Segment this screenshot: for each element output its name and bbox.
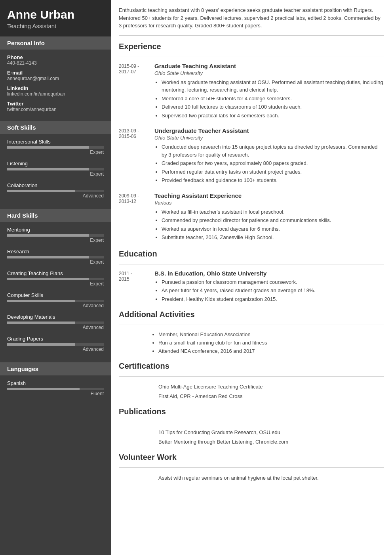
hard-skills-header: Hard Skills	[0, 209, 111, 222]
personal-info-content: Phone 440-821-4143 E-mail annequrban@gma…	[0, 50, 111, 121]
exp-entry-1: 2015-09 -2017-07 Graduate Teaching Assis…	[119, 63, 384, 121]
candidate-title: Teaching Assistant	[7, 23, 104, 29]
cert-list: Ohio Multi-Age Licensure Teaching Certif…	[119, 382, 384, 401]
cert-item-2: First Aid, CPR - American Red Cross	[158, 392, 384, 401]
languages-header: Languages	[0, 362, 111, 375]
list-item: Attended NEA conference, 2016 and 2017	[158, 347, 384, 356]
exp-details-1: Graduate Teaching Assistant Ohio State U…	[154, 63, 384, 121]
exp-details-2: Undergraduate Teacher Assistant Ohio Sta…	[154, 127, 384, 185]
exp-title-3: Teaching Assistant Experience	[154, 192, 384, 199]
edu-bullets-1: Pursued a passion for classroom manageme…	[154, 278, 384, 303]
soft-skills-content: Interpersonal Skills Expert Listening Ex…	[0, 134, 111, 209]
exp-bullets-2: Conducted deep research into 15 unique p…	[154, 143, 384, 184]
exp-company-1: Ohio State University	[154, 70, 384, 76]
list-item: Performed regular data entry tasks on st…	[162, 168, 384, 176]
volunteer-title: Volunteer Work	[119, 453, 384, 463]
list-item: Substitute teacher, 2016, Zanesville Hig…	[162, 233, 384, 241]
list-item: Conducted deep research into 15 unique p…	[162, 143, 384, 159]
contact-email: E-mail annequrban@gmail.com	[7, 70, 104, 81]
pub-item-2: Better Mentoring through Better Listenin…	[158, 437, 384, 446]
additional-activities-title: Additional Activities	[119, 310, 384, 321]
exp-details-3: Teaching Assistant Experience Various Wo…	[154, 192, 384, 242]
experience-divider	[119, 57, 384, 57]
skill-bar-computer	[7, 300, 104, 302]
exp-dates-2: 2013-09 -2015-06	[119, 127, 154, 185]
certifications-divider	[119, 376, 384, 377]
list-item: Worked as graduate teaching assistant at…	[162, 78, 384, 94]
summary-text: Enthusiastic teaching assistant with 8 y…	[119, 6, 384, 36]
skill-developing-materials: Developing Materials Advanced	[7, 314, 104, 330]
education-title: Education	[119, 249, 384, 260]
volunteer-section: Volunteer Work Assist with regular semin…	[119, 453, 384, 482]
pub-item-1: 10 Tips for Conducting Graduate Research…	[158, 428, 384, 437]
skill-interpersonal: Interpersonal Skills Expert	[7, 139, 104, 155]
education-divider	[119, 264, 384, 264]
vol-list: Assist with regular seminars on animal h…	[119, 473, 384, 482]
skill-computer-skills: Computer Skills Advanced	[7, 292, 104, 308]
list-item: As peer tutor for 4 years, raised studen…	[162, 287, 384, 295]
experience-section: Experience 2015-09 -2017-07 Graduate Tea…	[119, 42, 384, 242]
exp-company-2: Ohio State University	[154, 135, 384, 141]
list-item: Provided feedback and guidance to 100+ s…	[162, 176, 384, 184]
edu-details-1: B.S. in Education, Ohio State University…	[154, 270, 384, 304]
exp-bullets-1: Worked as graduate teaching assistant at…	[154, 78, 384, 120]
additional-activities-section: Additional Activities Member, National E…	[119, 310, 384, 355]
skill-bar-mentoring	[7, 234, 104, 237]
contact-phone: Phone 440-821-4143	[7, 54, 104, 66]
exp-title-1: Graduate Teaching Assistant	[154, 63, 384, 69]
skill-bar-collaboration	[7, 190, 104, 192]
vol-item-1: Assist with regular seminars on animal h…	[158, 473, 384, 482]
soft-skills-header: Soft Skills	[0, 121, 111, 134]
exp-dates-1: 2015-09 -2017-07	[119, 63, 154, 121]
list-item: Mentored a core of 50+ students for 4 co…	[162, 95, 384, 103]
skill-listening: Listening Expert	[7, 161, 104, 177]
additional-divider	[119, 325, 384, 325]
skill-bar-grading	[7, 343, 104, 346]
cert-item-1: Ohio Multi-Age Licensure Teaching Certif…	[158, 382, 384, 391]
list-item: Worked as fill-in teacher's assistant in…	[162, 208, 384, 216]
languages-content: Spanish Fluent	[0, 375, 111, 407]
skill-bar-research	[7, 256, 104, 258]
skill-spanish: Spanish Fluent	[7, 380, 104, 396]
edu-entry-1: 2011 -2015 B.S. in Education, Ohio State…	[119, 270, 384, 304]
skill-bar-teaching-plans	[7, 278, 104, 280]
list-item: Commended by preschool director for pati…	[162, 216, 384, 224]
skill-bar-interpersonal	[7, 146, 104, 149]
skill-research: Research Expert	[7, 249, 104, 265]
list-item: Supervised two practical labs for 4 seme…	[162, 112, 384, 120]
list-item: President, Healthy Kids student organiza…	[162, 295, 384, 303]
exp-dates-3: 2009-09 -2013-12	[119, 192, 154, 242]
publications-section: Publications 10 Tips for Conducting Grad…	[119, 407, 384, 446]
exp-entry-3: 2009-09 -2013-12 Teaching Assistant Expe…	[119, 192, 384, 242]
skill-bar-developing	[7, 322, 104, 324]
personal-info-header: Personal Info	[0, 36, 111, 50]
edu-dates-1: 2011 -2015	[119, 270, 154, 304]
experience-title: Experience	[119, 42, 384, 53]
skill-creating-teaching-plans: Creating Teaching Plans Expert	[7, 270, 104, 287]
sidebar-header: Anne Urban Teaching Assistant	[0, 0, 111, 36]
twitter-value: twitter.com/annequrban	[7, 107, 104, 112]
education-section: Education 2011 -2015 B.S. in Education, …	[119, 249, 384, 304]
list-item: Worked as supervisor in local daycare fo…	[162, 225, 384, 233]
main-content: Enthusiastic teaching assistant with 8 y…	[111, 0, 392, 555]
exp-company-3: Various	[154, 200, 384, 206]
hard-skills-content: Mentoring Expert Research Expert Creatin…	[0, 222, 111, 362]
list-item: Member, National Education Association	[158, 331, 384, 339]
publications-divider	[119, 422, 384, 422]
edu-degree-1: B.S. in Education, Ohio State University	[154, 270, 384, 277]
skill-bar-listening	[7, 168, 104, 170]
exp-title-2: Undergraduate Teacher Assistant	[154, 127, 384, 134]
list-item: Pursued a passion for classroom manageme…	[162, 278, 384, 286]
email-value: annequrban@gmail.com	[7, 76, 104, 81]
certifications-section: Certifications Ohio Multi-Age Licensure …	[119, 362, 384, 401]
phone-value: 440-821-4143	[7, 60, 104, 66]
list-item: Graded papers for two years, approximate…	[162, 159, 384, 167]
candidate-name: Anne Urban	[7, 8, 104, 21]
volunteer-divider	[119, 467, 384, 468]
additional-bullets: Member, National Education Association R…	[119, 331, 384, 355]
contact-twitter: Twitter twitter.com/annequrban	[7, 101, 104, 112]
linkedin-value: linkedin.com/in/annequrban	[7, 91, 104, 97]
skill-bar-spanish	[7, 388, 104, 390]
skill-grading-papers: Grading Papers Advanced	[7, 336, 104, 352]
skill-mentoring: Mentoring Expert	[7, 227, 104, 243]
